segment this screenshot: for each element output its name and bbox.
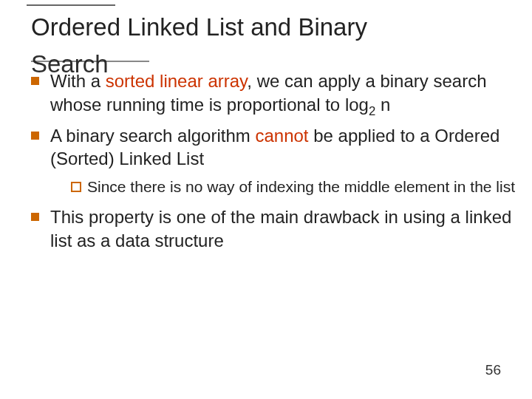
slide: Ordered Linked List and Binary Search Wi… [0,0,532,399]
text: n [375,95,390,115]
bullet-list: With a sorted linear array, we can apply… [31,69,519,253]
text: A binary search algorithm [50,126,255,146]
bullet-item: A binary search algorithm cannot be appl… [31,124,519,197]
page-number: 56 [485,362,501,378]
sub-bullet-list: Since there is no way of indexing the mi… [71,177,519,197]
highlight-text: cannot [255,126,308,146]
decorative-rule-top [27,4,115,6]
slide-title-line2: Search [31,50,109,78]
bullet-item: This property is one of the main drawbac… [31,205,519,252]
subscript: 2 [369,103,375,117]
highlight-text: sorted linear array [106,71,248,91]
sub-bullet-item: Since there is no way of indexing the mi… [71,177,519,197]
slide-title-line1: Ordered Linked List and Binary [31,13,519,41]
slide-content: With a sorted linear array, we can apply… [31,69,519,253]
